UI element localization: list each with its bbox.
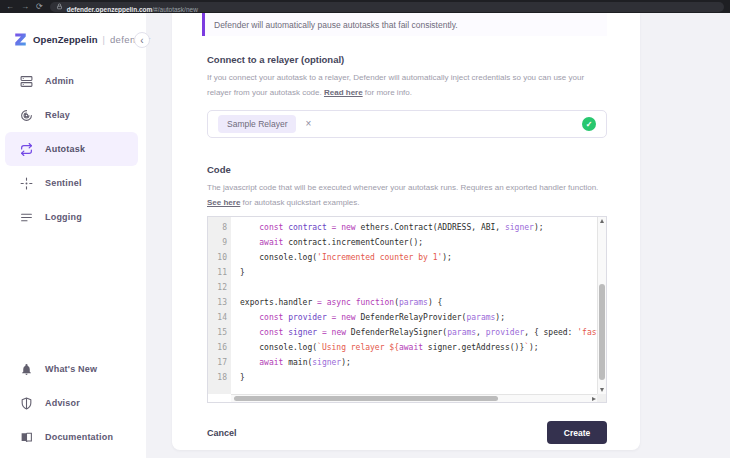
- desc-text: for more info.: [363, 88, 412, 97]
- code-section-title: Code: [207, 164, 607, 175]
- code-line: exports.handler = async function(params)…: [240, 295, 597, 310]
- editor-horizontal-scrollbar[interactable]: [231, 394, 597, 402]
- code-line: await main(signer);: [240, 355, 597, 370]
- openzeppelin-logo-icon: [13, 32, 28, 47]
- url-path: /#/autotask/new: [152, 6, 198, 13]
- url-domain: defender.openzeppelin.com: [67, 6, 153, 13]
- scroll-right-icon[interactable]: [592, 397, 596, 401]
- desc-text: for autotask quickstart examples.: [240, 198, 359, 207]
- browser-chrome: ← → ⟳ defender.openzeppelin.com/#/autota…: [0, 0, 730, 13]
- sidebar-item-admin[interactable]: Admin: [5, 64, 138, 98]
- scroll-down-icon[interactable]: [600, 388, 604, 392]
- sidebar-item-logging[interactable]: Logging: [5, 200, 138, 234]
- see-here-link[interactable]: See here: [207, 198, 240, 207]
- editor-vertical-scrollbar[interactable]: [597, 217, 606, 394]
- gutter-line-number: 10: [208, 250, 227, 265]
- gutter-line-number: 12: [208, 280, 227, 295]
- relay-icon: [20, 109, 33, 122]
- sidebar: OpenZeppelin | defender Admin Relay: [0, 13, 146, 458]
- sidebar-item-label: Logging: [45, 212, 82, 222]
- code-line: console.log(`Using relayer ${await signe…: [240, 340, 597, 355]
- horizontal-scrollbar-thumb[interactable]: [234, 396, 498, 401]
- form-footer: Cancel Create: [207, 421, 607, 444]
- screen: ← → ⟳ defender.openzeppelin.com/#/autota…: [0, 0, 730, 458]
- sidebar-item-advisor[interactable]: Advisor: [5, 386, 138, 420]
- gutter-line-number: 18: [208, 370, 227, 385]
- remove-relayer-icon[interactable]: ×: [305, 119, 311, 129]
- app-logo: OpenZeppelin | defender: [13, 32, 151, 47]
- sidebar-item-label: Autotask: [45, 144, 85, 154]
- relayer-section-description: If you connect your autotask to a relaye…: [207, 70, 607, 100]
- scroll-up-icon[interactable]: [600, 219, 604, 223]
- autotask-pause-notice: Defender will automatically pause autota…: [202, 13, 607, 36]
- sidebar-item-autotask[interactable]: Autotask: [5, 132, 138, 166]
- autotask-icon: [20, 143, 33, 156]
- scrollbar-corner: [597, 394, 606, 402]
- sidebar-item-label: Advisor: [45, 398, 80, 408]
- sidebar-collapse-button[interactable]: ‹: [134, 32, 150, 48]
- code-lines[interactable]: const contract = new ethers.Contract(ADD…: [231, 217, 597, 394]
- shield-icon: [20, 397, 33, 410]
- notice-text: Defender will automatically pause autota…: [214, 20, 458, 30]
- logo-text: OpenZeppelin: [33, 34, 98, 45]
- sidebar-item-relay[interactable]: Relay: [5, 98, 138, 132]
- sidebar-item-label: Admin: [45, 76, 74, 86]
- gutter-line-number: 17: [208, 355, 227, 370]
- code-line: const contract = new ethers.Contract(ADD…: [240, 220, 597, 235]
- sidebar-item-label: Sentinel: [45, 178, 82, 188]
- logging-icon: [20, 211, 33, 224]
- cancel-button[interactable]: Cancel: [207, 428, 237, 438]
- browser-back-icon[interactable]: ←: [6, 0, 14, 13]
- gutter-line-number: 8: [208, 220, 227, 235]
- address-bar[interactable]: defender.openzeppelin.com/#/autotask/new: [50, 2, 724, 12]
- desc-text: The javascript code that will be execute…: [207, 183, 598, 192]
- code-line: await contract.incrementCounter();: [240, 235, 597, 250]
- relayer-tag: Sample Relayer: [218, 115, 296, 133]
- sidebar-footer-nav: What's New Advisor Documentation: [0, 352, 146, 454]
- read-here-link[interactable]: Read here: [324, 88, 363, 97]
- gutter-line-number: 16: [208, 340, 227, 355]
- vertical-scrollbar-thumb[interactable]: [599, 284, 605, 380]
- sentinel-icon: [20, 177, 33, 190]
- code-line: console.log('Incremented counter by 1');: [240, 250, 597, 265]
- bell-icon: [20, 363, 33, 376]
- content-card: Defender will automatically pause autota…: [172, 13, 640, 450]
- code-line: const signer = new DefenderRelaySigner(p…: [240, 325, 597, 340]
- sidebar-item-label: Documentation: [45, 432, 113, 442]
- gutter-line-number: 11: [208, 265, 227, 280]
- code-gutter: 89101112131415161718: [208, 217, 231, 394]
- sidebar-item-label: Relay: [45, 110, 70, 120]
- gutter-line-number: 14: [208, 310, 227, 325]
- gutter-line-number: 9: [208, 235, 227, 250]
- sidebar-nav: Admin Relay Autotask Sentinel: [0, 64, 146, 234]
- code-line: [240, 280, 597, 295]
- code-line: }: [240, 370, 597, 385]
- gutter-line-number: 13: [208, 295, 227, 310]
- code-line: const provider = new DefenderRelayProvid…: [240, 310, 597, 325]
- book-icon: [20, 431, 33, 444]
- sidebar-item-documentation[interactable]: Documentation: [5, 420, 138, 454]
- relayer-select[interactable]: Sample Relayer × ✓: [207, 110, 607, 138]
- gutter-line-number: 15: [208, 325, 227, 340]
- browser-forward-icon[interactable]: →: [21, 0, 29, 13]
- admin-icon: [20, 75, 33, 88]
- code-editor: 89101112131415161718 const contract = ne…: [207, 216, 607, 403]
- code-line: }: [240, 265, 597, 280]
- sidebar-item-sentinel[interactable]: Sentinel: [5, 166, 138, 200]
- sidebar-item-whats-new[interactable]: What's New: [5, 352, 138, 386]
- create-button[interactable]: Create: [547, 421, 607, 444]
- logo-divider: |: [103, 35, 105, 45]
- sidebar-item-label: What's New: [45, 364, 97, 374]
- code-section-description: The javascript code that will be execute…: [207, 180, 607, 210]
- lock-icon: [56, 3, 63, 10]
- relayer-section-title: Connect to a relayer (optional): [207, 54, 607, 65]
- browser-reload-icon[interactable]: ⟳: [36, 0, 43, 13]
- valid-check-icon: ✓: [582, 117, 596, 131]
